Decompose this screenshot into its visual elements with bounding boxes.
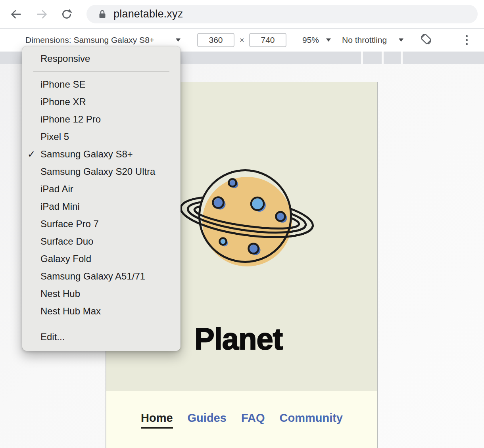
menu-item-pixel-5[interactable]: Pixel 5 [22, 128, 181, 146]
menu-item-nest-hub[interactable]: Nest Hub [22, 285, 181, 302]
planet-body [202, 177, 292, 266]
throttling-select[interactable]: No throttling [342, 35, 387, 45]
nav-link-guides[interactable]: Guides [188, 412, 227, 429]
zoom-select[interactable]: 95% [302, 35, 319, 45]
page-title: Planet [194, 324, 282, 354]
menu-item-surface-duo[interactable]: Surface Duo [22, 233, 181, 250]
back-button[interactable] [10, 8, 22, 21]
dimensions-dropdown[interactable]: Dimensions: Samsung Galaxy S8+ [25, 35, 154, 45]
reload-button[interactable] [60, 8, 73, 21]
menu-item-responsive[interactable]: Responsive [22, 50, 181, 67]
reload-icon [60, 7, 73, 21]
chevron-down-icon[interactable] [326, 38, 331, 42]
menu-divider [33, 324, 169, 324]
dimensions-separator: × [240, 35, 244, 44]
back-arrow-icon [10, 8, 22, 21]
menu-item-samsung-galaxy-s8[interactable]: ✓ Samsung Galaxy S8+ [22, 146, 181, 163]
menu-item-surface-pro-7[interactable]: Surface Pro 7 [22, 215, 181, 233]
browser-toolbar: planetable.xyz [0, 0, 484, 28]
media-query-segment[interactable] [384, 52, 401, 64]
lock-icon[interactable] [98, 9, 107, 19]
menu-divider [33, 71, 169, 72]
nav-link-community[interactable]: Community [280, 412, 343, 429]
forward-button[interactable] [36, 8, 48, 21]
menu-item-samsung-galaxy-s20-ultra[interactable]: Samsung Galaxy S20 Ultra [22, 163, 181, 180]
screen: planetable.xyz Dimensions: Samsung Galax… [0, 0, 484, 448]
site-nav-section: Home Guides FAQ Community [106, 391, 377, 448]
menu-item-iphone-se[interactable]: iPhone SE [22, 76, 181, 93]
rotate-viewport-button[interactable] [419, 32, 433, 48]
device-list-menu: Responsive iPhone SE iPhone XR iPhone 12… [22, 46, 181, 351]
rotate-icon [419, 32, 433, 46]
site-nav: Home Guides FAQ Community [106, 412, 377, 429]
height-input[interactable] [249, 33, 286, 47]
menu-item-iphone-12-pro[interactable]: iPhone 12 Pro [22, 111, 181, 128]
chevron-down-icon[interactable] [399, 38, 403, 42]
chevron-down-icon[interactable] [176, 38, 181, 42]
menu-item-galaxy-fold[interactable]: Galaxy Fold [22, 250, 181, 268]
menu-item-iphone-xr[interactable]: iPhone XR [22, 93, 181, 111]
address-bar[interactable]: planetable.xyz [86, 5, 478, 23]
menu-item-nest-hub-max[interactable]: Nest Hub Max [22, 302, 181, 320]
forward-arrow-icon [36, 8, 48, 21]
more-options-button[interactable] [466, 35, 468, 45]
menu-item-ipad-mini[interactable]: iPad Mini [22, 198, 181, 215]
width-input[interactable] [197, 33, 234, 47]
media-query-segment[interactable] [363, 52, 382, 64]
menu-item-label: Samsung Galaxy S8+ [40, 149, 133, 159]
checkmark-icon: ✓ [27, 146, 35, 163]
menu-item-ipad-air[interactable]: iPad Air [22, 180, 181, 198]
media-query-segment[interactable] [403, 52, 484, 64]
nav-link-faq[interactable]: FAQ [241, 412, 265, 429]
menu-item-samsung-galaxy-a51-71[interactable]: Samsung Galaxy A51/71 [22, 268, 181, 285]
menu-item-edit[interactable]: Edit... [22, 328, 181, 346]
nav-link-home[interactable]: Home [141, 412, 173, 429]
kebab-icon [466, 35, 468, 45]
url-text[interactable]: planetable.xyz [113, 8, 183, 20]
planet-illustration [175, 163, 318, 281]
